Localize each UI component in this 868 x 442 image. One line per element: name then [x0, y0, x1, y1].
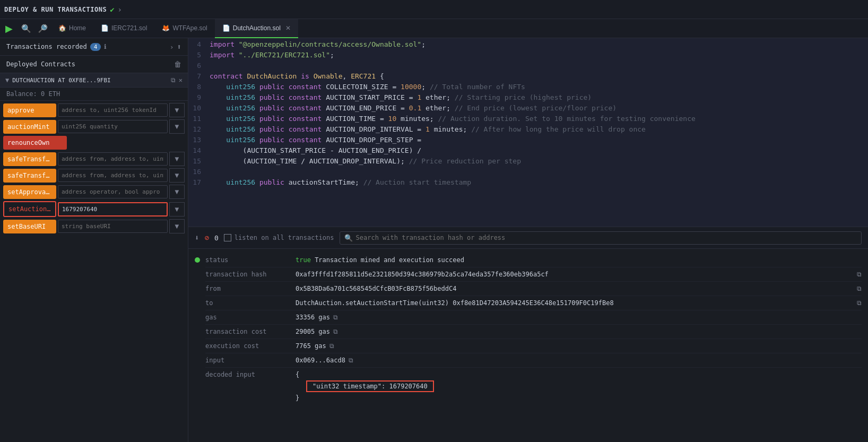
- approve-input[interactable]: [58, 103, 168, 117]
- execcost-value: 7765 gas: [296, 342, 326, 350]
- safetransfer1-button[interactable]: safeTransferFr: [3, 152, 56, 166]
- approve-button[interactable]: approve: [3, 103, 56, 117]
- setauctionsta-input[interactable]: [58, 202, 168, 216]
- code-editor: 4 import "@openzeppelin/contracts/access…: [188, 38, 868, 227]
- tx-row-input: input 0x069...6acd8 ⧉: [205, 353, 862, 368]
- tab-close-icon[interactable]: ✕: [285, 24, 291, 32]
- function-row-auctionmint: auctionMint ▼: [3, 119, 185, 134]
- from-value: 0x5B38Da6a701c568545dCfcB03FcB875f56bedd…: [296, 285, 854, 292]
- approve-dropdown[interactable]: ▼: [169, 103, 185, 117]
- zoom-in-button[interactable]: 🔍: [18, 24, 34, 33]
- setapproval-input[interactable]: [58, 185, 168, 198]
- code-line-6: 6: [188, 62, 868, 72]
- safetransfer1-input[interactable]: [58, 152, 168, 166]
- listen-checkbox-area[interactable]: listen on all transactions: [224, 234, 334, 241]
- search-icon: 🔍: [344, 234, 353, 242]
- code-line-12: 12 uint256 public constant AUCTION_DROP_…: [188, 125, 868, 136]
- setbaseuri-button[interactable]: setBaseURI: [3, 220, 56, 233]
- safetransfer2-input[interactable]: [58, 169, 168, 182]
- status-value: true Transaction mined and execution suc…: [296, 256, 464, 264]
- safetransfer2-button[interactable]: safeTransferFr: [3, 169, 56, 183]
- safetransfer2-dropdown[interactable]: ▼: [169, 168, 185, 183]
- tx-row-status: status true Transaction mined and execut…: [205, 253, 862, 267]
- check-icon: ✔: [110, 5, 114, 14]
- safetransfer1-dropdown[interactable]: ▼: [169, 152, 185, 166]
- auctionmint-button[interactable]: auctionMint: [3, 120, 56, 134]
- scroll-up-icon[interactable]: ⬆: [177, 42, 181, 51]
- function-row-safetransfer1: safeTransferFr ▼: [3, 152, 185, 166]
- input-copy-icon[interactable]: ⧉: [349, 357, 353, 364]
- tx-row-gas: gas 33356 gas ⧉: [205, 310, 862, 325]
- txcost-copy-icon[interactable]: ⧉: [333, 328, 338, 335]
- setauctionsta-dropdown[interactable]: ▼: [169, 202, 185, 216]
- from-copy-icon[interactable]: ⧉: [857, 285, 862, 292]
- listen-checkbox[interactable]: [224, 234, 231, 241]
- search-input[interactable]: [356, 234, 857, 241]
- home-icon: 🏠: [58, 24, 66, 32]
- search-area[interactable]: 🔍: [340, 231, 862, 245]
- to-value: DutchAuction.setAuctionStartTime(uint32)…: [296, 299, 854, 307]
- code-line-10: 10 uint256 public constant AUCTION_END_P…: [188, 104, 868, 115]
- tx-row-to: to DutchAuction.setAuctionStartTime(uint…: [205, 296, 862, 310]
- setbaseuri-dropdown[interactable]: ▼: [169, 219, 185, 233]
- transactions-recorded-label: Transactions recorded: [6, 43, 87, 50]
- tab-dutchauction[interactable]: 📄 DutchAuction.sol ✕: [215, 19, 298, 38]
- tab-home[interactable]: 🏠 Home: [51, 19, 93, 38]
- code-line-13: 13 uint256 public constant AUCTION_DROP_…: [188, 136, 868, 146]
- tab-wtfape[interactable]: 🦊 WTFApe.sol: [154, 19, 214, 38]
- tx-row-from: from 0x5B38Da6a701c568545dCfcB03FcB875f5…: [205, 282, 862, 296]
- tab-wtfape-label: WTFApe.sol: [172, 24, 207, 32]
- input-label: input: [205, 357, 296, 364]
- info-icon[interactable]: ℹ: [104, 43, 107, 50]
- transactions-badge: 4: [90, 43, 101, 51]
- collapse-icon[interactable]: ⬇: [195, 233, 199, 242]
- input-value: 0x069...6acd8: [296, 357, 345, 364]
- gas-value: 33356 gas: [296, 314, 330, 321]
- decoded-highlighted-value: "uint32 timestamp": 1679207640: [306, 380, 434, 392]
- code-line-4: 4 import "@openzeppelin/contracts/access…: [188, 40, 868, 51]
- gas-copy-icon[interactable]: ⧉: [333, 314, 338, 321]
- tx-hash-value: 0xaf3fffd1f285811d5e2321850d394c386979b2…: [296, 271, 854, 278]
- function-row-safetransfer2: safeTransferFr ▼: [3, 168, 185, 183]
- code-line-16: 16: [188, 168, 868, 178]
- code-line-15: 15 (AUCTION_TIME / AUCTION_DROP_INTERVAL…: [188, 157, 868, 168]
- tx-hash-copy-icon[interactable]: ⧉: [857, 271, 862, 278]
- block-icon[interactable]: ⊘: [204, 233, 209, 242]
- setapproval-dropdown[interactable]: ▼: [169, 185, 185, 199]
- execcost-copy-icon[interactable]: ⧉: [329, 342, 334, 350]
- chevron-right-icon[interactable]: ›: [170, 43, 174, 51]
- function-row-renounce: renounceOwn: [3, 136, 185, 150]
- code-line-5: 5 import "../ERC721/ERC721.sol";: [188, 51, 868, 62]
- contract-copy-icon[interactable]: ⧉: [171, 76, 176, 84]
- tab-ierc721[interactable]: 📄 IERC721.sol: [93, 19, 154, 38]
- to-label: to: [205, 299, 296, 307]
- decoded-label: decoded input: [205, 371, 296, 378]
- run-button[interactable]: ▶: [0, 23, 18, 34]
- transaction-detail: status true Transaction mined and execut…: [188, 249, 868, 442]
- function-list: approve ▼ auctionMint ▼ renounceOwn safe…: [0, 101, 188, 442]
- setapproval-button[interactable]: setApprovalFo: [3, 185, 56, 199]
- code-line-9: 9 uint256 public constant AUCTION_START_…: [188, 93, 868, 104]
- code-line-8: 8 uint256 public constant COLLECTOIN_SIZ…: [188, 83, 868, 93]
- tx-count-display: 0: [214, 234, 219, 242]
- contract-close-icon[interactable]: ✕: [179, 76, 183, 84]
- code-line-11: 11 uint256 public constant AUCTION_TIME …: [188, 115, 868, 125]
- status-label: status: [205, 256, 296, 264]
- decoded-close-brace: }: [296, 394, 862, 402]
- function-row-setauctionsta: setAuctionSta ▼: [3, 201, 185, 217]
- to-copy-icon[interactable]: ⧉: [857, 299, 862, 307]
- dutchauction-icon: 📄: [222, 24, 230, 32]
- listen-label: listen on all transactions: [235, 234, 334, 241]
- setbaseuri-input[interactable]: [58, 220, 168, 233]
- renounce-button[interactable]: renounceOwn: [3, 136, 67, 150]
- auctionmint-input[interactable]: [58, 120, 168, 133]
- zoom-out-button[interactable]: 🔍: [34, 24, 51, 33]
- expand-arrow[interactable]: ›: [118, 5, 122, 14]
- code-line-7: 7 contract DutchAuction is Ownable, ERC7…: [188, 72, 868, 83]
- setauctionsta-button[interactable]: setAuctionSta: [3, 201, 56, 217]
- contract-chevron-icon[interactable]: ▼: [5, 76, 9, 84]
- auctionmint-dropdown[interactable]: ▼: [169, 119, 185, 134]
- tab-home-label: Home: [69, 24, 86, 32]
- from-label: from: [205, 285, 296, 292]
- trash-icon[interactable]: 🗑: [174, 60, 181, 68]
